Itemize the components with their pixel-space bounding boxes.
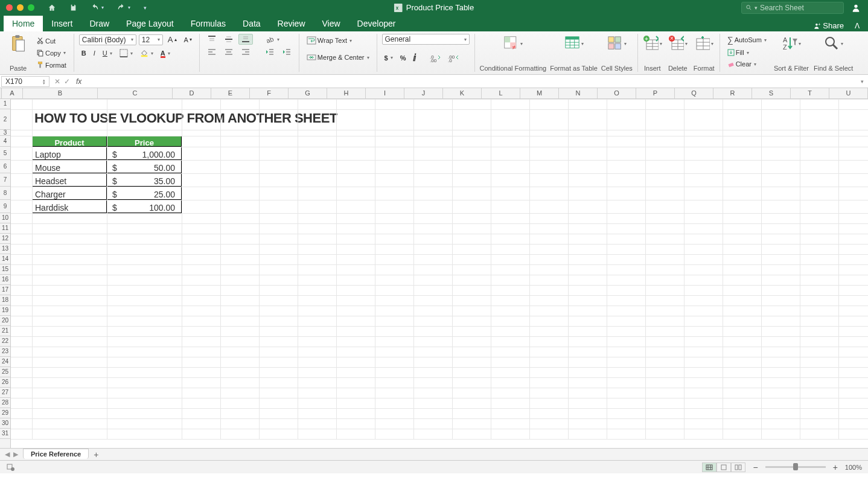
row-header-13[interactable]: 13 [0,244,10,254]
row-header-25[interactable]: 25 [0,367,10,377]
row-header-4[interactable]: 4 [0,136,10,147]
col-header-M[interactable]: M [520,88,559,98]
row-header-11[interactable]: 11 [0,223,10,234]
align-middle-button[interactable] [222,34,236,45]
col-header-C[interactable]: C [98,88,173,98]
col-header-D[interactable]: D [173,88,211,98]
formula-input[interactable] [84,77,856,86]
sheet-nav-prev[interactable]: ◀ [5,450,10,458]
row-header-30[interactable]: 30 [0,418,10,429]
table-cell-price-3[interactable]: $25.00 [107,187,182,200]
row-header-10[interactable]: 10 [0,213,10,223]
conditional-formatting-button[interactable]: ≠▾ Conditional Formatting [480,34,547,72]
expand-formula-bar-button[interactable]: ▾ [856,78,868,85]
page-layout-view-button[interactable] [716,462,731,472]
bold-button[interactable]: B [79,48,89,59]
table-header-product[interactable]: Product [32,136,107,147]
underline-button[interactable]: U▾ [100,48,115,59]
font-color-button[interactable]: A▾ [158,48,173,59]
table-header-price[interactable]: Price [107,136,182,147]
row-header-27[interactable]: 27 [0,388,10,398]
col-header-Q[interactable]: Q [675,88,713,98]
increase-indent-button[interactable] [279,47,294,57]
maximize-window-button[interactable] [28,4,34,11]
zoom-slider[interactable] [765,466,826,468]
page-break-view-button[interactable] [731,462,745,472]
tab-draw[interactable]: Draw [81,16,118,31]
zoom-out-button[interactable]: − [753,462,758,472]
row-header-7[interactable]: 7 [0,173,10,187]
search-sheet-input[interactable]: ▾ Search Sheet [741,2,844,14]
align-center-button[interactable] [222,47,236,57]
close-window-button[interactable] [6,4,13,11]
accounting-format-button[interactable]: $▾ [382,51,395,65]
table-cell-product-4[interactable]: Harddisk [32,200,107,213]
clear-button[interactable]: Clear▾ [725,59,769,69]
table-cell-price-4[interactable]: $100.00 [107,200,182,213]
qat-customize-icon[interactable]: ▾ [141,4,149,12]
row-header-14[interactable]: 14 [0,254,10,264]
name-box[interactable]: X170 ▴▾ [1,76,49,87]
format-cells-button[interactable]: ▾ Format [694,34,715,72]
row-header-18[interactable]: 18 [0,295,10,306]
col-header-L[interactable]: L [482,88,520,98]
fill-color-button[interactable]: ▾ [138,48,156,59]
row-header-2[interactable]: 2 [0,109,10,130]
row-header-3[interactable]: 3 [0,130,10,136]
minimize-window-button[interactable] [17,4,24,11]
fill-button[interactable]: Fill▾ [725,48,769,57]
decrease-indent-button[interactable] [263,47,277,57]
orientation-button[interactable]: ab▾ [263,34,282,45]
row-header-8[interactable]: 8 [0,187,10,200]
row-header-31[interactable]: 31 [0,429,10,439]
col-header-N[interactable]: N [559,88,598,98]
redo-icon[interactable]: ▾ [115,2,133,13]
tab-home[interactable]: Home [4,16,43,31]
tab-insert[interactable]: Insert [43,16,81,31]
tab-view[interactable]: View [314,16,349,31]
col-header-K[interactable]: K [443,88,482,98]
undo-icon[interactable]: ▾ [88,2,106,13]
format-painter-button[interactable]: Format [34,60,69,70]
row-header-23[interactable]: 23 [0,347,10,357]
percent-format-button[interactable]: % [398,51,409,65]
sort-filter-button[interactable]: AZ▾ Sort & Filter [774,34,809,72]
row-header-29[interactable]: 29 [0,408,10,418]
tab-review[interactable]: Review [269,16,314,31]
col-header-P[interactable]: P [636,88,675,98]
table-cell-product-3[interactable]: Charger [32,187,107,200]
col-header-U[interactable]: U [829,88,868,98]
table-cell-price-2[interactable]: $35.00 [107,173,182,187]
col-header-E[interactable]: E [211,88,250,98]
tab-formulas[interactable]: Formulas [182,16,234,31]
zoom-level[interactable]: 100% [845,464,862,471]
row-header-5[interactable]: 5 [0,147,10,160]
copy-button[interactable]: Copy▾ [34,48,69,58]
font-size-select[interactable]: 12▾ [139,34,163,45]
normal-view-button[interactable] [702,462,716,472]
col-header-H[interactable]: H [327,88,366,98]
border-button[interactable]: ▾ [117,48,135,59]
home-icon[interactable] [45,2,59,13]
row-header-9[interactable]: 9 [0,200,10,213]
row-header-28[interactable]: 28 [0,398,10,408]
cut-button[interactable]: Cut [34,36,69,46]
row-header-22[interactable]: 22 [0,336,10,347]
row-header-1[interactable]: 1 [0,99,10,109]
col-header-I[interactable]: I [366,88,404,98]
increase-font-button[interactable]: A▴ [165,34,179,45]
row-header-17[interactable]: 17 [0,285,10,295]
number-format-select[interactable]: General▾ [382,34,470,45]
account-icon[interactable] [849,2,863,14]
tab-data[interactable]: Data [234,16,269,31]
decrease-decimal-button[interactable]: .00.0 [445,51,461,65]
col-header-A[interactable]: A [2,88,23,98]
insert-cells-button[interactable]: +▾ Insert [643,34,662,72]
increase-decimal-button[interactable]: .0.00 [427,51,443,65]
row-header-21[interactable]: 21 [0,326,10,336]
tab-developer[interactable]: Developer [349,16,404,31]
share-button[interactable]: + Share [811,20,846,31]
cell-title[interactable]: HOW TO USE VLOOKUP FROM ANOTHER SHEET [32,109,515,130]
wrap-text-button[interactable]: Wrap Text▾ [304,35,372,46]
table-cell-price-0[interactable]: $1,000.00 [107,147,182,160]
